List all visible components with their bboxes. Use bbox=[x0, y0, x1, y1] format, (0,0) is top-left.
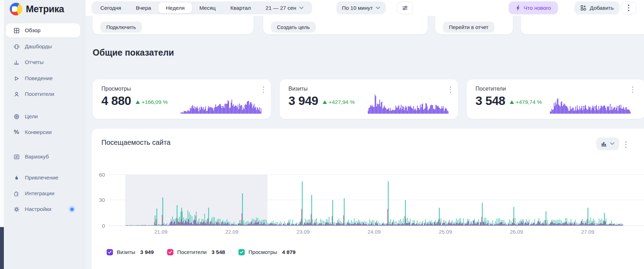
sidebar-item-label: Посетители bbox=[25, 91, 54, 97]
sidebar-item-label: Обзор bbox=[25, 27, 41, 34]
card-kebab-menu[interactable] bbox=[449, 84, 453, 95]
chart-type-selector[interactable] bbox=[596, 137, 619, 150]
target-icon bbox=[13, 113, 20, 120]
views-sparkline bbox=[181, 94, 265, 114]
chevron-down-icon bbox=[610, 142, 614, 145]
metric-value: 4 880 bbox=[101, 94, 131, 108]
section-title: Общие показатели bbox=[93, 48, 174, 58]
sidebar-item-overview[interactable]: Обзор bbox=[6, 23, 80, 37]
sidebar-item-label: Привлечение bbox=[25, 175, 58, 181]
y-axis-label: 60 bbox=[92, 172, 105, 178]
legend-item-views[interactable]: Просмотры 4 879 bbox=[238, 249, 296, 255]
x-axis-label: 24.09 bbox=[362, 229, 386, 235]
create-goal-button[interactable]: Создать цель bbox=[271, 22, 316, 33]
sidebar-item-visitors[interactable]: Посетители bbox=[6, 87, 80, 101]
sliders-icon bbox=[402, 5, 408, 11]
add-button[interactable]: Добавить bbox=[574, 1, 620, 14]
up-triangle-icon bbox=[136, 100, 140, 104]
card-kebab-menu[interactable] bbox=[631, 84, 635, 95]
play-icon bbox=[13, 75, 20, 82]
metric-title: Посетители bbox=[475, 86, 506, 92]
metric-delta: +166,09 % bbox=[136, 99, 168, 105]
granularity-dropdown[interactable]: По 10 минут bbox=[336, 1, 386, 14]
legend-item-visits[interactable]: Визиты 3 949 bbox=[107, 249, 154, 255]
puzzle-icon bbox=[13, 190, 20, 197]
sidebar-item-label: Конверсии bbox=[25, 129, 52, 135]
legend-label: Визиты bbox=[117, 249, 135, 255]
whats-new-label: Что нового bbox=[524, 5, 551, 11]
tab-week[interactable]: Неделя bbox=[158, 2, 192, 13]
chevron-down-icon bbox=[299, 7, 303, 9]
sidebar-item-dashboards[interactable]: Дашборды bbox=[6, 40, 80, 54]
date-range-dropdown[interactable]: 21 — 27 сен bbox=[258, 2, 311, 13]
checkbox-checked-icon bbox=[238, 249, 245, 255]
sidebar-item-integrations[interactable]: Интеграции bbox=[6, 186, 80, 200]
traffic-chart-card: Посещаемость сайта 60 30 0 21.09 22.09 2… bbox=[92, 129, 644, 269]
x-axis-label: 23.09 bbox=[291, 229, 315, 235]
lightning-icon bbox=[516, 5, 521, 11]
dashboards-icon bbox=[13, 43, 20, 50]
grid-icon bbox=[13, 27, 20, 34]
bar-chart-icon bbox=[13, 59, 20, 66]
checkbox-checked-icon bbox=[107, 249, 113, 255]
flame-icon bbox=[13, 174, 20, 181]
sidebar-item-behavior[interactable]: Поведение bbox=[6, 71, 80, 85]
tab-yesterday[interactable]: Вчера bbox=[128, 2, 158, 13]
metrika-logo[interactable]: Метрика bbox=[10, 3, 64, 15]
sidebar-item-goals[interactable]: Цели bbox=[6, 109, 80, 123]
x-axis-label: 27.09 bbox=[575, 229, 600, 235]
go-to-report-button[interactable]: Перейти в отчет bbox=[443, 22, 494, 33]
chart-kebab-menu[interactable] bbox=[624, 139, 628, 150]
legend-value: 3 548 bbox=[212, 249, 225, 255]
header-kebab-menu[interactable] bbox=[621, 1, 636, 14]
legend-value: 4 879 bbox=[282, 249, 296, 255]
date-range-label: 21 — 27 сен bbox=[266, 5, 296, 11]
sidebar-item-label: Дашборды bbox=[25, 43, 52, 50]
metric-title: Просмотры bbox=[101, 86, 131, 92]
connect-button[interactable]: Подключить bbox=[100, 22, 142, 33]
y-axis-label: 30 bbox=[92, 197, 105, 203]
sidebar: Метрика Обзор Дашборды Отчеты Поведение bbox=[4, 0, 86, 269]
visitors-sparkline bbox=[550, 94, 634, 114]
metric-title: Визиты bbox=[288, 86, 308, 92]
sidebar-item-settings[interactable]: Настройки bbox=[6, 202, 80, 216]
tab-quarter[interactable]: Квартал bbox=[223, 2, 258, 13]
tab-month[interactable]: Месяц bbox=[192, 2, 223, 13]
chevron-down-icon bbox=[376, 7, 380, 9]
sidebar-item-label: Вариокуб bbox=[25, 154, 49, 160]
whats-new-button[interactable]: Что нового bbox=[509, 1, 558, 14]
person-icon bbox=[13, 91, 20, 98]
sidebar-item-acquisition[interactable]: Привлечение bbox=[6, 171, 80, 185]
sidebar-item-reports[interactable]: Отчеты bbox=[6, 55, 80, 69]
traffic-bars[interactable] bbox=[125, 175, 629, 226]
top-bar: Сегодня Вчера Неделя Месяц Квартал 21 — … bbox=[86, 0, 644, 16]
percent-icon: % bbox=[13, 129, 20, 136]
metric-card-visits: Визиты 3 949 +427,94 % bbox=[280, 79, 458, 119]
legend-item-visitors[interactable]: Посетители 3 548 bbox=[167, 249, 225, 255]
period-segmented-control: Сегодня Вчера Неделя Месяц Квартал 21 — … bbox=[92, 1, 312, 14]
window-edge-strip bbox=[0, 0, 4, 269]
x-axis-label: 21.09 bbox=[149, 229, 173, 235]
metric-value: 3 548 bbox=[475, 94, 505, 108]
x-axis-label: 25.09 bbox=[433, 229, 458, 235]
segments-filter-button[interactable] bbox=[397, 1, 413, 14]
legend-label: Просмотры bbox=[249, 249, 277, 255]
tab-today[interactable]: Сегодня bbox=[93, 2, 128, 13]
metric-delta: +479,74 % bbox=[510, 99, 542, 105]
add-label: Добавить bbox=[590, 5, 614, 11]
card-kebab-menu[interactable] bbox=[262, 84, 266, 95]
sidebar-item-conversions[interactable]: % Конверсии bbox=[6, 125, 80, 139]
sidebar-item-variocube[interactable]: Вариокуб bbox=[6, 150, 80, 164]
legend-label: Посетители bbox=[177, 249, 207, 255]
sidebar-item-label: Цели bbox=[25, 113, 38, 120]
gear-icon bbox=[13, 206, 20, 213]
visits-sparkline bbox=[368, 94, 452, 114]
checkbox-checked-icon bbox=[167, 249, 173, 255]
up-triangle-icon bbox=[510, 100, 514, 104]
metrika-app: Метрика Обзор Дашборды Отчеты Поведение bbox=[0, 0, 644, 269]
sidebar-item-label: Настройки bbox=[25, 206, 51, 212]
metric-card-visitors: Посетители 3 548 +479,74 % bbox=[467, 79, 644, 119]
metric-delta: +427,94 % bbox=[323, 99, 355, 105]
x-axis-label: 26.09 bbox=[504, 229, 529, 235]
granularity-label: По 10 минут bbox=[342, 5, 373, 11]
